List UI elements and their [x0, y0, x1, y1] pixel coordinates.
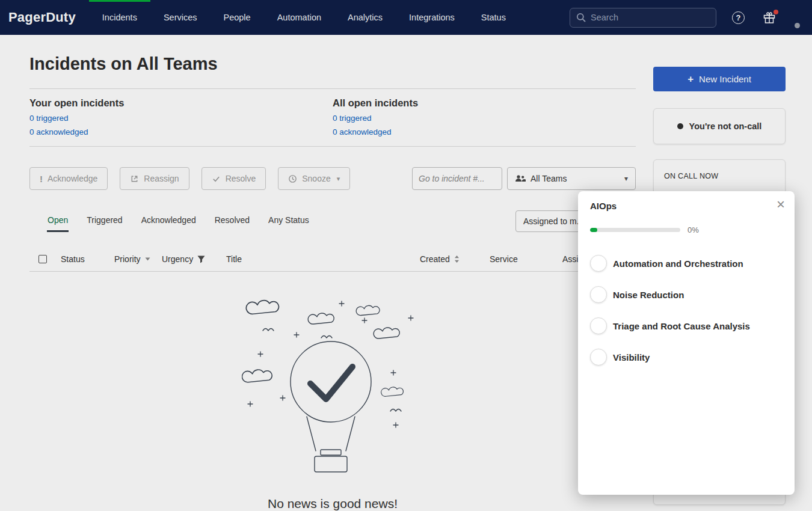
- progress-fill: [590, 228, 597, 232]
- checklist-item-noise[interactable]: Noise Reduction: [590, 279, 783, 310]
- checklist-circle-icon[interactable]: [590, 349, 607, 366]
- aiops-checklist: Automation and Orchestration Noise Reduc…: [590, 248, 783, 373]
- checklist-item-visibility[interactable]: Visibility: [590, 341, 783, 373]
- checklist-item-label: Noise Reduction: [613, 290, 684, 300]
- checklist-item-label: Triage and Root Cause Analysis: [613, 321, 750, 331]
- progress-percent: 0%: [687, 225, 699, 234]
- checklist-item-automation[interactable]: Automation and Orchestration: [590, 248, 783, 279]
- checklist-item-triage[interactable]: Triage and Root Cause Analysis: [590, 310, 783, 341]
- aiops-modal: AIOps × 0% Automation and Orchestration …: [578, 191, 795, 495]
- modal-title: AIOps: [590, 201, 783, 211]
- checklist-item-label: Visibility: [613, 352, 650, 363]
- checklist-item-label: Automation and Orchestration: [613, 259, 743, 269]
- checklist-circle-icon[interactable]: [590, 255, 607, 272]
- checklist-circle-icon[interactable]: [590, 317, 607, 334]
- progress-bar: [590, 228, 680, 232]
- progress-row: 0%: [590, 225, 783, 234]
- close-icon[interactable]: ×: [777, 197, 785, 212]
- checklist-circle-icon[interactable]: [590, 286, 607, 303]
